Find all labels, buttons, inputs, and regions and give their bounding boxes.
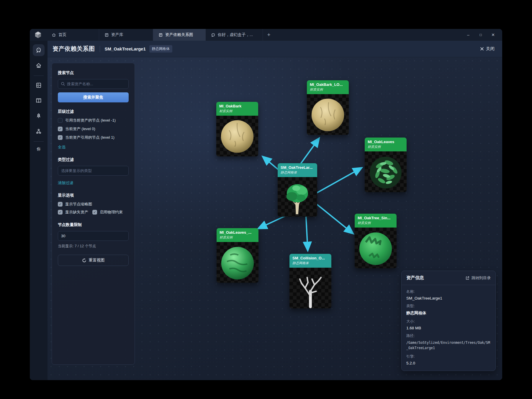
field-value-name: SM_OakTreeLarge1 bbox=[406, 296, 491, 300]
tab-label: 资产依赖关系图 bbox=[165, 32, 193, 37]
thumbnail-oak-tree bbox=[278, 177, 317, 217]
sidebar-divider bbox=[34, 141, 44, 142]
tab-asset-library[interactable]: 资产库 bbox=[99, 29, 153, 41]
node-limit-title: 节点数量限制 bbox=[58, 222, 129, 228]
sidebar: 你 bbox=[30, 41, 48, 380]
asset-name: SM_OakTreeLarge1 bbox=[105, 46, 146, 51]
checkbox-label: 当前资产引用的节点 (level 1) bbox=[65, 135, 114, 140]
tab-label: 你好，虚幻盒子，... bbox=[218, 32, 253, 37]
display-option-row[interactable]: ✓ 显示缺失资产 bbox=[58, 210, 88, 215]
search-focus-button[interactable]: 搜索并聚焦 bbox=[58, 92, 129, 102]
close-graph-button[interactable]: 关闭 bbox=[480, 46, 495, 52]
tab-dependency-graph[interactable]: 资产依赖关系图 bbox=[153, 29, 206, 41]
tab-bar: 首页 资产库 资产依赖关系图 bbox=[30, 29, 502, 41]
home-icon bbox=[35, 62, 42, 69]
graph-control-panel: 搜索节点 搜索并聚焦 层级过滤 引用当前资产的节点 (level -1) ✓ 当… bbox=[52, 63, 135, 365]
minimize-button[interactable]: – bbox=[463, 31, 473, 39]
sidebar-item-asset-library[interactable] bbox=[33, 79, 45, 91]
sidebar-item-home[interactable] bbox=[33, 60, 45, 71]
sidebar-you-label[interactable]: 你 bbox=[37, 146, 41, 152]
new-tab-button[interactable]: + bbox=[263, 29, 275, 41]
field-value-size: 1.68 MB bbox=[406, 326, 491, 330]
node-title: MI_OakBark bbox=[219, 104, 255, 108]
display-option-row[interactable]: ✓ 显示节点缩略图 bbox=[58, 202, 92, 207]
node-subtitle: 材质实例 bbox=[358, 221, 394, 225]
network-icon bbox=[35, 128, 42, 135]
search-input[interactable] bbox=[58, 79, 129, 89]
type-filter-title: 类型过滤 bbox=[58, 157, 129, 162]
library-icon bbox=[104, 33, 109, 37]
field-value-path: /Game/SoStylized/Environment/Trees/Oak/S… bbox=[406, 340, 491, 351]
type-filter-input[interactable] bbox=[58, 166, 129, 176]
external-link-icon bbox=[465, 276, 469, 280]
close-icon bbox=[480, 47, 484, 51]
clear-filter-link[interactable]: 清除过滤 bbox=[58, 180, 73, 186]
header-divider bbox=[100, 46, 100, 52]
level-option-row[interactable]: 引用当前资产的节点 (level -1) bbox=[58, 118, 129, 123]
refresh-icon bbox=[82, 258, 86, 263]
sidebar-item-launch[interactable] bbox=[33, 110, 45, 122]
graph-node-sm-collision[interactable]: SM_Collision_O... 静态网格体 bbox=[289, 254, 331, 308]
node-title: SM_Collision_O... bbox=[292, 256, 328, 260]
node-limit-input[interactable] bbox=[58, 231, 129, 241]
tab-home[interactable]: 首页 bbox=[46, 29, 99, 41]
app-logo bbox=[30, 29, 46, 41]
jump-to-directory-button[interactable]: 跳转到目录 bbox=[465, 275, 491, 281]
level-option-row[interactable]: ✓ 当前资产引用的节点 (level 1) bbox=[58, 135, 129, 140]
checkbox-label: 显示缺失资产 bbox=[65, 210, 88, 215]
display-option-row[interactable]: ✓ 启用物理约束 bbox=[92, 210, 123, 215]
cube-logo-icon bbox=[34, 31, 42, 39]
field-label: 大小: bbox=[406, 319, 491, 324]
node-subtitle: 静态网格体 bbox=[292, 261, 328, 265]
node-subtitle: 材质实例 bbox=[368, 145, 404, 149]
graph-node-mi-oakbark-lo[interactable]: MI_OakBark_LO... 材质实例 bbox=[307, 80, 349, 135]
thumbnail-bark-sphere bbox=[307, 94, 349, 135]
sidebar-item-dependency-graph[interactable] bbox=[33, 125, 45, 137]
checkbox-checked[interactable]: ✓ bbox=[58, 210, 63, 215]
page-header: 资产依赖关系图 SM_OakTreeLarge1 静态网格体 关闭 bbox=[30, 41, 502, 57]
graph-node-mi-oakleaves[interactable]: MI_OakLeaves 材质实例 bbox=[365, 138, 407, 192]
tab-chat[interactable]: 你好，虚幻盒子，... bbox=[206, 29, 263, 41]
checkbox-checked[interactable]: ✓ bbox=[92, 210, 97, 215]
thumbnail-leaf-ball bbox=[217, 242, 258, 283]
info-panel-title: 资产信息 bbox=[406, 275, 424, 281]
field-label: 路径: bbox=[406, 333, 491, 339]
node-subtitle: 静态网格体 bbox=[281, 170, 314, 175]
maximize-button[interactable]: □ bbox=[476, 31, 486, 39]
thumbnail-bark-sphere bbox=[216, 116, 258, 156]
graph-node-mi-oaktree-sin[interactable]: MI_OakTree_Sin... 材质实例 bbox=[355, 214, 397, 268]
graph-node-mi-oakbark[interactable]: MI_OakBark 材质实例 bbox=[216, 102, 258, 156]
checkbox-checked[interactable]: ✓ bbox=[58, 127, 63, 131]
checkbox-checked[interactable]: ✓ bbox=[58, 135, 63, 140]
server-icon bbox=[35, 82, 42, 89]
node-title: SM_OakTreeLar... bbox=[281, 165, 314, 170]
node-subtitle: 材质实例 bbox=[310, 87, 346, 92]
node-title: MI_OakTree_Sin... bbox=[358, 216, 394, 220]
checkbox-unchecked[interactable] bbox=[58, 118, 63, 123]
thumbnail-collision-branches bbox=[289, 268, 331, 308]
home-icon bbox=[52, 33, 56, 37]
sidebar-item-docs[interactable] bbox=[33, 95, 45, 107]
node-subtitle: 材质实例 bbox=[219, 109, 255, 113]
field-label: 类型: bbox=[406, 304, 491, 309]
checkbox-checked[interactable]: ✓ bbox=[58, 202, 63, 207]
close-window-button[interactable]: ✕ bbox=[488, 31, 498, 39]
sidebar-item-new-chat[interactable] bbox=[33, 44, 45, 56]
current-display-count: 当前显示: 7 / 12 个节点 bbox=[58, 244, 129, 249]
chat-icon bbox=[211, 33, 215, 37]
checkbox-label: 显示节点缩略图 bbox=[65, 202, 92, 207]
display-options-title: 显示选项 bbox=[58, 193, 129, 198]
node-title: MI_OakBark_LO... bbox=[310, 82, 346, 87]
tab-label: 资产库 bbox=[111, 32, 123, 37]
field-value-type: 静态网格体 bbox=[406, 310, 491, 316]
asset-type-badge: 静态网格体 bbox=[149, 45, 172, 53]
app-window: 首页 资产库 资产依赖关系图 bbox=[30, 29, 502, 380]
graph-node-mi-oakleaves-2[interactable]: MI_OakLeaves_... 材质实例 bbox=[217, 228, 258, 283]
reset-view-button[interactable]: 重置视图 bbox=[58, 255, 129, 266]
checkbox-label: 启用物理约束 bbox=[100, 210, 123, 215]
graph-node-sm-oaktreelarge1[interactable]: SM_OakTreeLar... 静态网格体 bbox=[278, 163, 317, 217]
field-label: 名称: bbox=[406, 289, 491, 294]
select-all-link[interactable]: 全选 bbox=[58, 145, 66, 150]
level-option-row[interactable]: ✓ 当前资产 (level 0) bbox=[58, 126, 129, 132]
book-icon bbox=[35, 97, 42, 104]
